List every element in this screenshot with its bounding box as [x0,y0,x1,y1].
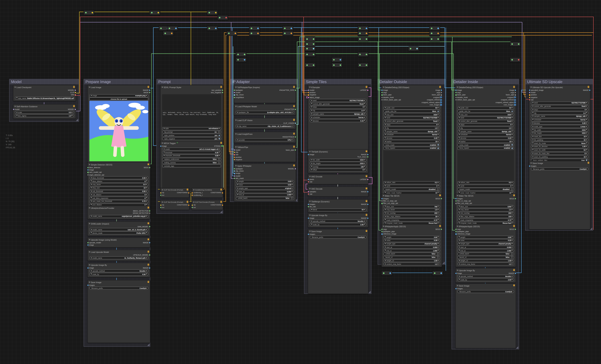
reroute-node[interactable] [236,52,247,57]
widget-scale-by[interactable]: ◀scale_by2.00▶ [457,278,514,281]
widget-log-prompt[interactable]: log_promptno [162,130,221,134]
output-slot-image[interactable]: image [435,89,441,91]
increment-arrow-icon[interactable]: ▶ [146,187,147,189]
widget-end-at[interactable]: ◀end_at1.000▶ [457,249,514,252]
lock-icon[interactable] [187,201,188,203]
grid-output-icon[interactable] [514,102,516,103]
reroute-input-dot[interactable] [434,272,435,274]
input-dot[interactable] [308,194,309,195]
upload-button[interactable]: choose file to upload [89,98,148,100]
widget-seam-fix-mask-blur[interactable]: ◀seam_fix_mask_blur8▶ [531,152,589,155]
node-titlebar[interactable]: CLIP Text Encode (Prompt) [192,200,223,204]
decrement-arrow-icon[interactable]: ◀ [311,100,312,101]
decrement-arrow-icon[interactable]: ◀ [91,229,92,230]
lock-icon[interactable] [293,106,295,107]
collapse-icon[interactable] [457,226,458,227]
decrement-arrow-icon[interactable]: ◀ [532,143,533,144]
decrement-arrow-icon[interactable]: ◀ [532,119,533,120]
output-dot[interactable] [515,229,516,230]
node-ultimate-sd-upscale-no-upscale[interactable]: Ultimate SD Upscale (No Upscale)upscaled… [529,85,590,167]
decrement-arrow-icon[interactable]: ◀ [459,223,460,224]
node-titlebar[interactable]: IPAdapterApply (SEGS) [456,225,516,228]
reroute-output-dot[interactable] [366,28,367,29]
widget-cycle[interactable]: ◀cycle1▶ [457,185,514,188]
input-slot-positive[interactable]: positive [530,94,537,96]
decrement-arrow-icon[interactable]: ◀ [91,274,92,275]
decrement-arrow-icon[interactable]: ◀ [385,260,386,261]
input-dot[interactable] [308,206,309,207]
toggle-dot[interactable] [511,144,513,146]
widget-device-mode[interactable]: ◀device_modePrefer GPU▶ [89,231,148,235]
reroute-output-dot[interactable] [366,64,367,66]
decrement-arrow-icon[interactable]: ◀ [532,129,533,130]
widget-context-crop-factor[interactable]: ◀context_crop_factor1.2▶ [383,263,440,266]
decrement-arrow-icon[interactable]: ◀ [91,270,92,272]
decrement-arrow-icon[interactable]: ◀ [385,124,386,125]
increment-arrow-icon[interactable]: ▶ [512,124,513,125]
increment-arrow-icon[interactable]: ▶ [586,106,587,107]
collapse-icon[interactable] [383,226,384,227]
input-slot-segs[interactable]: segs [382,228,387,230]
widget-bbox-size[interactable]: ◀bbox_size768▶ [383,205,440,208]
lock-icon[interactable] [220,189,222,191]
increment-arrow-icon[interactable]: ▶ [146,274,147,275]
decrement-arrow-icon[interactable]: ◀ [385,263,386,265]
lock-icon[interactable] [439,87,441,88]
lock-icon[interactable] [187,189,188,191]
input-dot[interactable] [381,97,382,98]
node-titlebar[interactable]: Upscale Image By [456,268,516,272]
input-dot[interactable] [381,94,382,96]
increment-arrow-icon[interactable]: ▶ [438,186,439,187]
widget-filename-prefix[interactable]: filename_prefixComfyUI [310,236,367,239]
increment-arrow-icon[interactable]: ▶ [512,117,513,119]
toggle-dot[interactable] [511,253,513,255]
node-clip-text-encode-prompt[interactable]: CLIP Text Encode (Prompt)clipCONDITIONIN… [192,200,223,210]
collapse-icon[interactable] [235,106,237,107]
input-dot[interactable] [87,167,89,168]
widget-cycle[interactable]: ◀cycle1▶ [383,185,440,188]
input-dot[interactable] [381,231,382,232]
node-load-image[interactable]: Load ImageIMAGEMASK◀imageexample.png▶cho… [87,85,150,163]
input-dot[interactable] [234,97,235,98]
widget-overlap[interactable]: ◀overlap128▶ [310,165,367,168]
lock-icon[interactable] [366,87,367,88]
decrement-arrow-icon[interactable]: ◀ [459,260,460,261]
increment-arrow-icon[interactable]: ▶ [364,117,365,118]
decrement-arrow-icon[interactable]: ◀ [385,114,386,115]
reroute-input-dot[interactable] [333,59,335,60]
reroute-output-dot[interactable] [215,28,216,29]
input-slot-text[interactable]: text [161,207,164,208]
widget-filename-prefix[interactable]: filename_prefixComfyUI [531,167,589,171]
input-dot[interactable] [87,174,89,176]
widget-cfg[interactable]: ◀cfg1.0▶ [457,127,514,130]
decrement-arrow-icon[interactable]: ◀ [163,152,164,153]
reroute-node[interactable] [83,10,94,15]
output-slot-model[interactable]: MODEL [68,89,75,91]
decrement-arrow-icon[interactable]: ◀ [91,201,92,202]
widget-clip-name[interactable]: ◀clip_nameclip_vision_vit_h.safetensors▶ [236,125,294,128]
lock-icon[interactable] [293,87,295,88]
input-dot[interactable] [191,195,193,196]
reroute-input-dot[interactable] [237,54,239,55]
output-dot[interactable] [515,94,516,96]
lock-icon[interactable] [513,195,515,196]
increment-arrow-icon[interactable]: ▶ [512,186,513,187]
reroute-input-dot[interactable] [359,54,361,55]
increment-arrow-icon[interactable]: ▶ [438,121,439,122]
increment-arrow-icon[interactable]: ▶ [586,143,587,144]
decrement-arrow-icon[interactable]: ◀ [459,114,460,115]
node-sdxl-prompt-styler[interactable]: SDXL Prompt Stylertext_positivetext_nega… [160,85,223,142]
input-dot[interactable] [455,200,457,202]
input-slot-conditioning-2[interactable]: conditioning_2 [193,195,203,196]
input-dot[interactable] [455,94,457,96]
input-slot-image[interactable]: image [456,89,462,91]
input-slot-latent-image[interactable]: latent_image [309,97,320,98]
reroute-node[interactable] [167,26,178,31]
widget-control-after-generate[interactable]: ◀control_after_generatefixed▶ [531,105,589,108]
output-slot-text-positive[interactable]: text_positive [211,89,222,91]
node-titlebar[interactable]: Load Checkpoint [13,85,75,89]
lock-icon[interactable] [513,270,515,271]
output-dot[interactable] [367,217,369,219]
reroute-node[interactable] [358,26,369,31]
widget-force-inpaint[interactable]: force_inpaintenabled [383,147,440,150]
